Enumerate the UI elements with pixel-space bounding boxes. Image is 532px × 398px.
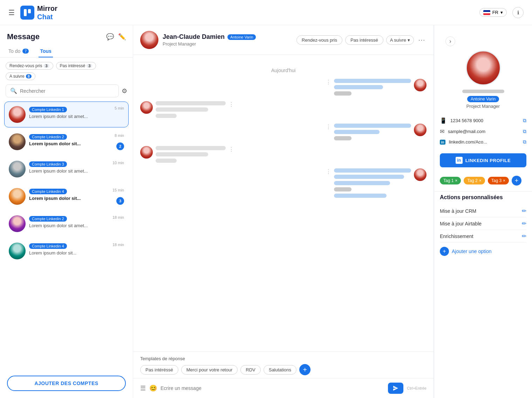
linkedin-profile-button[interactable]: in LINKEDIN PROFILE <box>440 153 526 167</box>
avatar <box>9 188 26 205</box>
message-bubble <box>334 124 411 128</box>
compose-icon[interactable]: ✏️ <box>118 33 126 41</box>
actions-section: Actions personnalisées Mise à jour CRM ✏… <box>434 191 532 263</box>
linkedin-row: in linkedin.com/Aco... ⧉ <box>440 139 526 145</box>
edit-enrichissement-icon[interactable]: ✏ <box>522 233 526 239</box>
tags-row: Tag 1 × Tag 2 × Tag 3 × + <box>434 173 532 191</box>
logo-image <box>20 6 34 20</box>
send-button[interactable] <box>388 383 403 394</box>
language-selector[interactable]: FR ▾ <box>479 8 507 17</box>
a-suivre-button[interactable]: A suivre ▾ <box>386 35 414 45</box>
tag-1[interactable]: Tag 1 × <box>440 177 461 184</box>
message-bubble <box>334 194 387 198</box>
message-dots-icon[interactable]: ⋮ <box>326 124 331 130</box>
contact-item[interactable]: Compte Linkedin 1 Lorem ipsum dolor sit … <box>4 102 129 127</box>
message-dots-icon[interactable]: ⋮ <box>326 79 331 85</box>
chat-contact-badge: Antoine Varin <box>227 34 256 40</box>
message-dots-icon[interactable]: ⋮ <box>326 168 331 175</box>
contact-time: 15 min <box>112 188 124 192</box>
contact-preview: Lorem ipsum dolor sit... <box>29 196 124 201</box>
copy-phone-icon[interactable]: ⧉ <box>523 118 526 124</box>
template-chip-1[interactable]: Merci pour votre retour <box>181 365 238 375</box>
add-option-icon: + <box>440 247 449 256</box>
add-option-row[interactable]: + Ajouter une option <box>440 243 526 260</box>
message-input[interactable] <box>161 385 384 391</box>
contact-item[interactable]: Compte Linkedin 4 Lorem ipsum dolor sit.… <box>4 183 129 209</box>
edit-crm-icon[interactable]: ✏ <box>522 208 526 214</box>
contact-item[interactable]: Compte Linkedin 4 Lorem ipsum dolor sit.… <box>4 238 129 264</box>
tab-todo[interactable]: To do 7 <box>7 46 30 57</box>
action-label-airtable: Mise à jour Airtable <box>440 221 482 226</box>
template-chip-2[interactable]: RDV <box>240 365 260 375</box>
profile-avatar <box>466 50 501 85</box>
language-label: FR <box>492 10 498 15</box>
filter-settings-icon[interactable]: ⚙ <box>122 87 127 95</box>
templates-bar: Templates de réponse Pas intéréssé Merci… <box>133 351 434 378</box>
copy-linkedin-icon[interactable]: ⧉ <box>523 139 526 145</box>
contact-item[interactable]: Compte Linkedin 2 Lorem ipsum dolor sit … <box>4 211 129 237</box>
message-bubble <box>156 146 226 150</box>
actions-title: Actions personnalisées <box>440 194 526 201</box>
todo-badge: 7 <box>22 49 29 54</box>
add-option-label: Ajouter une option <box>452 249 492 254</box>
list-icon[interactable]: ☰ <box>140 384 146 392</box>
search-input[interactable] <box>20 88 114 94</box>
contact-item[interactable]: Compte Linkedin 3 Lorem ipsum dolor sit … <box>4 156 129 182</box>
hamburger-icon[interactable]: ☰ <box>8 8 15 17</box>
message-dots-icon[interactable]: ⋮ <box>229 101 234 108</box>
account-badge: Compte Linkedin 4 <box>29 243 67 249</box>
avatar <box>9 161 26 177</box>
filter-chip-pas-interesse[interactable]: Pas intéressé 3 <box>56 62 96 70</box>
app-title: MirrorChat <box>37 4 57 21</box>
copy-email-icon[interactable]: ⧉ <box>523 128 526 134</box>
edit-airtable-icon[interactable]: ✏ <box>522 220 526 227</box>
message-group: ⋮ <box>140 101 427 118</box>
contact-details: 📱 1234 5678 9000 ⧉ ✉ sample@mail.com ⧉ i… <box>434 114 532 152</box>
tag-2[interactable]: Tag 2 × <box>464 177 485 184</box>
contact-item[interactable]: Compte Linkedin 2 Lorem ipsum dolor sit.… <box>4 129 129 155</box>
contact-preview: Lorem ipsum dolor sit amet... <box>29 114 124 119</box>
avatar <box>9 106 26 123</box>
more-options-icon[interactable]: ⋯ <box>417 34 427 46</box>
tag-remove-icon[interactable]: × <box>479 178 482 183</box>
add-template-button[interactable]: + <box>299 364 311 375</box>
right-panel-toggle[interactable]: › <box>445 36 455 46</box>
message-bubble <box>334 175 404 179</box>
message-dots-icon[interactable]: ⋮ <box>229 146 234 153</box>
info-button[interactable]: ℹ <box>512 7 524 18</box>
tag-3[interactable]: Tag 3 × <box>488 177 509 184</box>
contact-info: Compte Linkedin 2 Lorem ipsum dolor sit … <box>29 215 124 228</box>
pas-interesse-button[interactable]: Pas intéressé <box>345 35 383 45</box>
template-chip-0[interactable]: Pas intéréssé <box>140 365 178 375</box>
phone-value: 1234 5678 9000 <box>450 118 519 123</box>
action-row-airtable: Mise à jour Airtable ✏ <box>440 217 526 230</box>
account-badge: Compte Linkedin 2 <box>29 216 67 222</box>
avatar <box>9 133 26 150</box>
chip-badge-suivre: 8 <box>26 74 32 78</box>
templates-label: Templates de réponse <box>140 356 427 361</box>
chat-contact-name: Jean-Claude Damien <box>163 33 225 41</box>
profile-name-placeholder <box>462 90 504 93</box>
action-label-crm: Mise à jour CRM <box>440 208 476 214</box>
tab-tous[interactable]: Tous <box>39 46 53 57</box>
add-tag-button[interactable]: + <box>512 176 521 186</box>
filter-chip-a-suivre[interactable]: A suivre 8 <box>6 72 35 80</box>
contact-time: 8 min <box>115 133 124 138</box>
tag-remove-icon[interactable]: × <box>455 178 457 183</box>
chip-badge-pas: 3 <box>87 64 92 68</box>
account-badge: Compte Linkedin 2 <box>29 134 67 140</box>
phone-icon: 📱 <box>440 117 447 124</box>
tag-remove-icon[interactable]: × <box>503 178 505 183</box>
message-group: ⋮ <box>140 124 427 140</box>
chat-support-icon[interactable]: 💬 <box>106 33 114 41</box>
template-chip-3[interactable]: Salutations <box>264 365 296 375</box>
message-bubble <box>156 152 208 156</box>
unread-badge: 2 <box>116 142 124 150</box>
filter-chip-rdv[interactable]: Rendez-vous pris 3 <box>6 62 53 70</box>
add-accounts-button[interactable]: AJOUTER DES COMPTES <box>7 376 126 391</box>
sidebar-title: Message <box>7 32 40 41</box>
rdv-pris-button[interactable]: Rendez-vous pris <box>296 35 342 45</box>
linkedin-value: linkedin.com/Aco... <box>449 139 519 145</box>
chevron-down-icon: ▾ <box>500 10 503 15</box>
emoji-icon[interactable]: 😊 <box>149 384 157 392</box>
